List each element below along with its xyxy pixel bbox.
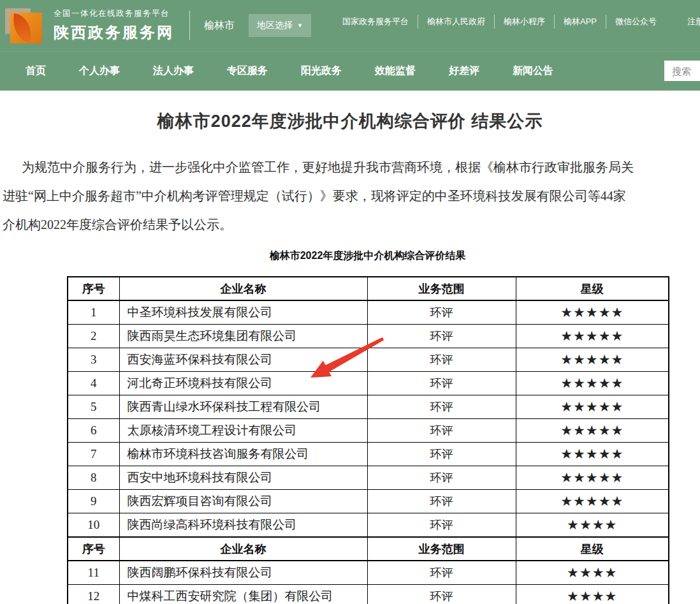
table-row: 6太原核清环境工程设计有限公司环评★★★★★ bbox=[68, 419, 669, 443]
paragraph-line: 进驻“网上中介服务超市”中介机构考评管理规定（试行）》要求，现将评定的中圣环境科… bbox=[3, 182, 700, 210]
row-seq: 5 bbox=[68, 395, 119, 419]
business-scope: 环评 bbox=[367, 561, 516, 585]
table-row: 12中煤科工西安研究院（集团）有限公司环评★★★★ bbox=[68, 585, 669, 604]
link-city-government[interactable]: 榆林市人民政府 bbox=[418, 15, 494, 29]
table-row: 4河北奇正环境科技有限公司环评★★★★★ bbox=[68, 372, 669, 395]
row-seq: 8 bbox=[68, 466, 119, 490]
table-row: 3西安海蓝环保科技有限公司环评★★★★★ bbox=[68, 348, 669, 372]
row-seq: 9 bbox=[68, 490, 119, 513]
row-seq: 7 bbox=[68, 443, 119, 466]
table-row: 7榆林市环境科技咨询服务有限公司环评★★★★★ bbox=[68, 443, 669, 466]
article-content: 榆林市2022年度涉批中介机构综合评价 结果公示 为规范中介服务行为，进一步强化… bbox=[0, 91, 700, 604]
business-scope: 环评 bbox=[367, 348, 516, 372]
search-input[interactable] bbox=[664, 61, 700, 81]
nav-item-legal[interactable]: 法人办事 bbox=[153, 64, 194, 78]
column-header: 企业名称 bbox=[119, 277, 367, 300]
column-header: 企业名称 bbox=[119, 537, 367, 561]
company-name: 中圣环境科技发展有限公司 bbox=[119, 300, 367, 325]
row-seq: 1 bbox=[68, 300, 119, 325]
table-row: 10陕西尚绿高科环境科技有限公司环评★★★★ bbox=[68, 513, 669, 538]
star-rating: ★★★★★ bbox=[516, 490, 669, 513]
region-selector-button[interactable]: 地区选择 ▼ bbox=[249, 14, 311, 37]
link-mini-program[interactable]: 榆林小程序 bbox=[494, 15, 554, 29]
table-header-row: 序号企业名称业务范围星级 bbox=[68, 277, 669, 300]
nav-item-news[interactable]: 新闻公告 bbox=[513, 64, 553, 78]
star-rating: ★★★★★ bbox=[516, 348, 669, 372]
link-wechat-account[interactable]: 微信公众号 bbox=[606, 15, 666, 29]
current-city-label[interactable]: 榆林市 bbox=[204, 19, 235, 33]
star-rating: ★★★★ bbox=[516, 561, 669, 585]
row-seq: 3 bbox=[68, 348, 119, 372]
business-scope: 环评 bbox=[367, 419, 516, 443]
star-rating: ★★★★★ bbox=[516, 300, 669, 325]
table-header-row: 序号企业名称业务范围星级 bbox=[68, 537, 669, 561]
business-scope: 环评 bbox=[367, 325, 516, 348]
star-rating: ★★★★★ bbox=[516, 372, 669, 395]
nav-item-personal[interactable]: 个人办事 bbox=[79, 64, 120, 78]
page-title: 榆林市2022年度涉批中介机构综合评价 结果公示 bbox=[0, 110, 700, 133]
row-seq: 2 bbox=[68, 325, 119, 348]
column-header: 序号 bbox=[68, 537, 119, 561]
company-name: 西安海蓝环保科技有限公司 bbox=[119, 348, 367, 372]
company-name: 西安中地环境科技有限公司 bbox=[119, 466, 367, 490]
row-seq: 10 bbox=[68, 513, 119, 538]
star-rating: ★★★★★ bbox=[516, 466, 669, 490]
table-row: 9陕西宏辉项目咨询有限公司环评★★★★★ bbox=[68, 490, 669, 513]
column-header: 业务范围 bbox=[367, 277, 516, 300]
nav-item-transparency[interactable]: 阳光政务 bbox=[301, 64, 342, 78]
table-row: 8西安中地环境科技有限公司环评★★★★★ bbox=[68, 466, 669, 490]
results-table: 序号企业名称业务范围星级1中圣环境科技发展有限公司环评★★★★★2陕西雨昊生态环… bbox=[67, 276, 669, 604]
site-header: 全国一体化在线政务服务平台 陕西政务服务网 榆林市 地区选择 ▼ 国家政务服务平… bbox=[0, 0, 700, 51]
brand-text: 全国一体化在线政务服务平台 陕西政务服务网 bbox=[54, 8, 174, 43]
business-scope: 环评 bbox=[367, 372, 516, 395]
site-name: 陕西政务服务网 bbox=[54, 22, 174, 43]
table-row: 5陕西青山绿水环保科技工程有限公司环评★★★★★ bbox=[68, 395, 669, 419]
business-scope: 环评 bbox=[367, 300, 516, 325]
star-rating: ★★★★ bbox=[516, 585, 669, 604]
link-app[interactable]: 榆林APP bbox=[554, 15, 606, 29]
nav-item-home[interactable]: 首页 bbox=[26, 64, 46, 78]
company-name: 陕西青山绿水环保科技工程有限公司 bbox=[119, 395, 367, 419]
row-seq: 6 bbox=[68, 419, 119, 443]
star-rating: ★★★★★ bbox=[516, 443, 669, 466]
business-scope: 环评 bbox=[367, 585, 516, 604]
platform-label: 全国一体化在线政务服务平台 bbox=[54, 8, 174, 19]
nav-item-reviews[interactable]: 好差评 bbox=[449, 64, 479, 78]
link-national-platform[interactable]: 国家政务服务平台 bbox=[333, 15, 418, 29]
company-name: 河北奇正环境科技有限公司 bbox=[119, 372, 367, 395]
nav-item-zone-services[interactable]: 专区服务 bbox=[227, 64, 268, 78]
row-seq: 12 bbox=[68, 585, 119, 604]
business-scope: 环评 bbox=[367, 466, 516, 490]
header-divider bbox=[189, 11, 190, 40]
star-rating: ★★★★★ bbox=[516, 325, 669, 348]
column-header: 星级 bbox=[516, 277, 669, 300]
star-rating: ★★★★★ bbox=[516, 419, 669, 443]
header-links: 国家政务服务平台 榆林市人民政府 榆林小程序 榆林APP 微信公众号 bbox=[333, 15, 666, 29]
table-caption: 榆林市2022年度涉批中介机构综合评价结果 bbox=[67, 249, 668, 263]
paragraph-line: 为规范中介服务行为，进一步强化中介监管工作，更好地提升我市营商环境，根据《榆林市… bbox=[3, 153, 700, 182]
row-seq: 11 bbox=[68, 561, 119, 585]
register-link[interactable]: 注册 bbox=[687, 16, 700, 27]
row-seq: 4 bbox=[68, 372, 119, 395]
business-scope: 环评 bbox=[367, 443, 516, 466]
column-header: 序号 bbox=[68, 277, 119, 300]
main-navbar: 首页 个人办事 法人办事 专区服务 阳光政务 效能监督 好差评 新闻公告 bbox=[0, 51, 700, 91]
business-scope: 环评 bbox=[367, 513, 516, 538]
company-name: 榆林市环境科技咨询服务有限公司 bbox=[119, 443, 367, 466]
star-rating: ★★★★ bbox=[516, 513, 669, 538]
business-scope: 环评 bbox=[367, 395, 516, 419]
column-header: 业务范围 bbox=[367, 537, 516, 561]
company-name: 陕西宏辉项目咨询有限公司 bbox=[119, 490, 367, 513]
notice-paragraph: 为规范中介服务行为，进一步强化中介监管工作，更好地提升我市营商环境，根据《榆林市… bbox=[0, 153, 700, 239]
star-rating: ★★★★★ bbox=[516, 395, 669, 419]
company-name: 太原核清环境工程设计有限公司 bbox=[119, 419, 367, 443]
table-row: 2陕西雨昊生态环境集团有限公司环评★★★★★ bbox=[68, 325, 669, 348]
company-name: 陕西尚绿高科环境科技有限公司 bbox=[119, 513, 367, 538]
table-row: 1中圣环境科技发展有限公司环评★★★★★ bbox=[68, 300, 669, 325]
nav-item-supervision[interactable]: 效能监督 bbox=[375, 64, 416, 78]
chevron-down-icon: ▼ bbox=[297, 23, 303, 29]
region-selector-label: 地区选择 bbox=[257, 20, 293, 31]
column-header: 星级 bbox=[516, 537, 669, 561]
company-name: 陕西雨昊生态环境集团有限公司 bbox=[119, 325, 367, 348]
business-scope: 环评 bbox=[367, 490, 516, 513]
